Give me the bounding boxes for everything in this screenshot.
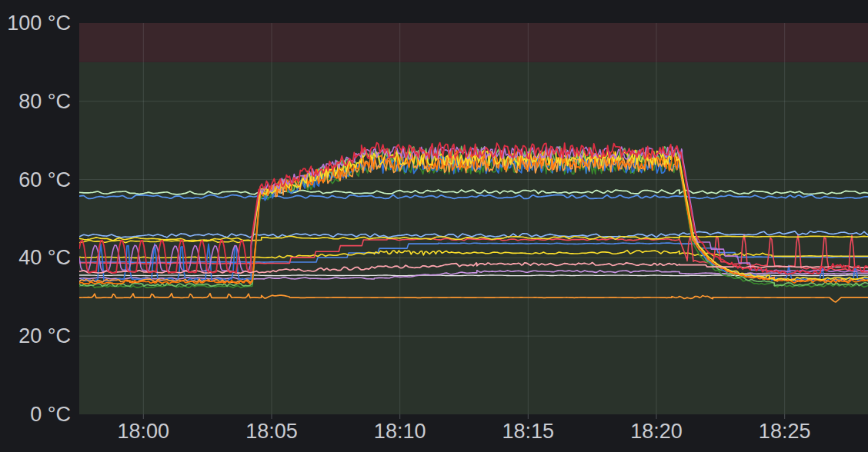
y-axis-label: 80 °C (0, 90, 71, 113)
y-axis-label: 100 °C (0, 12, 71, 35)
threshold-band (79, 23, 868, 62)
y-axis-label: 40 °C (0, 246, 71, 269)
chart-plot-area[interactable] (0, 0, 868, 452)
x-axis-label: 18:25 (746, 419, 823, 444)
y-axis-label: 60 °C (0, 168, 71, 191)
x-axis-label: 18:05 (233, 419, 310, 444)
x-axis-label: 18:00 (105, 419, 182, 444)
y-axis-label: 0 °C (0, 403, 71, 426)
series-steady-white (79, 275, 868, 276)
temperature-panel: 0 °C20 °C40 °C60 °C80 °C100 °C 18:0018:0… (0, 0, 868, 452)
x-axis-label: 18:20 (618, 419, 695, 444)
x-axis-label: 18:15 (489, 419, 566, 444)
x-axis-label: 18:10 (362, 419, 439, 444)
y-axis-label: 20 °C (0, 324, 71, 347)
